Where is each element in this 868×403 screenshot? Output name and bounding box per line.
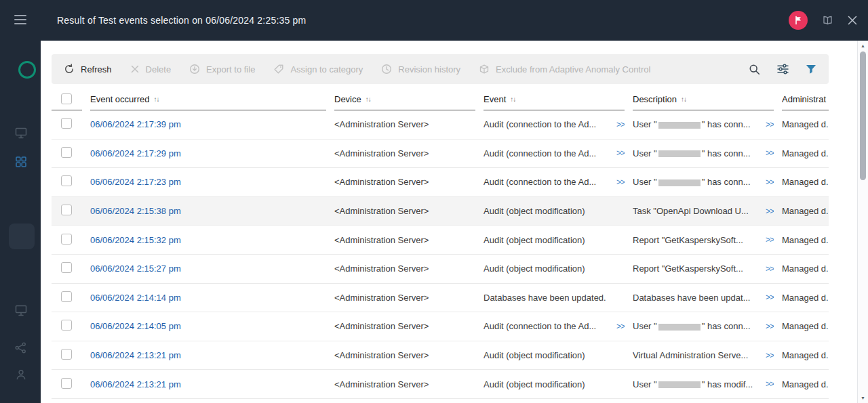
row-checkbox-cell bbox=[52, 234, 82, 247]
exclude-from-aac-button[interactable]: Exclude from Adaptive Anomaly Control bbox=[479, 64, 650, 75]
column-header-administration-group[interactable]: Administrat bbox=[782, 88, 829, 110]
event-time-link[interactable]: 06/06/2024 2:15:27 pm bbox=[90, 263, 181, 274]
event-time-link[interactable]: 06/06/2024 2:13:21 pm bbox=[90, 379, 181, 389]
vertical-scrollbar[interactable]: ▲ ▼ bbox=[857, 41, 868, 403]
event-expand-link[interactable]: >> bbox=[611, 120, 625, 129]
table-row: 06/06/2024 2:15:32 pm <Administration Se… bbox=[52, 226, 829, 255]
event-time-link[interactable]: 06/06/2024 2:14:05 pm bbox=[90, 321, 181, 331]
sort-icon[interactable]: ↑↓ bbox=[153, 96, 159, 103]
event-time-link[interactable]: 06/06/2024 2:17:39 pm bbox=[90, 119, 181, 129]
discovery-nodes-icon[interactable] bbox=[15, 342, 26, 356]
event-time-link[interactable]: 06/06/2024 2:15:32 pm bbox=[90, 235, 181, 245]
column-header-event-occurred[interactable]: Event occurred ↑↓ bbox=[90, 88, 326, 110]
search-icon[interactable] bbox=[749, 64, 760, 75]
description-cell: Report "GetKasperskySoft... >> bbox=[633, 235, 774, 245]
row-checkbox[interactable] bbox=[61, 349, 72, 360]
description-expand-link[interactable]: >> bbox=[760, 207, 774, 216]
event-expand-link[interactable]: >> bbox=[611, 322, 625, 331]
help-book-icon[interactable] bbox=[821, 15, 834, 26]
event-time-link[interactable]: 06/06/2024 2:17:23 pm bbox=[90, 177, 181, 187]
hamburger-menu-icon[interactable] bbox=[14, 15, 26, 27]
delete-button[interactable]: Delete bbox=[130, 64, 172, 75]
sort-icon[interactable]: ↑↓ bbox=[510, 96, 515, 103]
row-checkbox[interactable] bbox=[61, 378, 72, 389]
revision-history-button[interactable]: Revision history bbox=[381, 64, 460, 75]
description-cell: Report "GetKasperskySoft... >> bbox=[633, 263, 774, 274]
description-expand-link[interactable]: >> bbox=[760, 120, 774, 129]
app-logo-icon[interactable] bbox=[18, 61, 36, 79]
event-time-link[interactable]: 06/06/2024 2:13:21 pm bbox=[90, 350, 181, 360]
brand-flag-button[interactable] bbox=[789, 11, 808, 30]
row-checkbox[interactable] bbox=[61, 234, 72, 245]
administration-group-cell: Managed d... bbox=[782, 235, 829, 245]
device-cell: <Administration Server> bbox=[334, 119, 475, 129]
row-checkbox-cell bbox=[52, 118, 82, 131]
column-settings-icon[interactable] bbox=[777, 64, 789, 75]
column-header-device[interactable]: Device ↑↓ bbox=[334, 88, 475, 110]
scrollbar-thumb[interactable] bbox=[860, 51, 866, 180]
sidebar bbox=[0, 0, 41, 403]
description-expand-link[interactable]: >> bbox=[760, 351, 774, 360]
event-time-link[interactable]: 06/06/2024 2:14:14 pm bbox=[90, 293, 181, 303]
redacted-text bbox=[658, 150, 701, 157]
event-expand-link[interactable]: >> bbox=[611, 177, 625, 187]
refresh-button[interactable]: Refresh bbox=[64, 64, 112, 75]
row-checkbox[interactable] bbox=[61, 147, 72, 158]
table-row: 06/06/2024 2:14:05 pm <Administration Se… bbox=[52, 312, 829, 341]
export-to-file-button[interactable]: Export to file bbox=[189, 64, 255, 75]
close-icon[interactable] bbox=[848, 16, 857, 25]
event-expand-link[interactable]: >> bbox=[611, 148, 625, 158]
event-cell: Audit (connection to the Ad... >> bbox=[484, 148, 625, 158]
row-checkbox[interactable] bbox=[61, 175, 72, 186]
export-label: Export to file bbox=[206, 64, 255, 75]
device-cell: <Administration Server> bbox=[334, 148, 475, 158]
event-cell: Audit (object modification) bbox=[484, 263, 625, 274]
apps-grid-icon[interactable] bbox=[16, 156, 26, 170]
description-cell: User "" has conn... >> bbox=[633, 119, 774, 129]
row-checkbox-cell bbox=[52, 175, 82, 188]
description-cell: Databases have been updat... >> bbox=[633, 293, 774, 303]
event-occurred-cell: 06/06/2024 2:13:21 pm bbox=[90, 379, 326, 389]
column-header-event[interactable]: Event ↑↓ bbox=[484, 88, 625, 110]
scroll-down-icon[interactable]: ▼ bbox=[858, 396, 868, 400]
row-checkbox[interactable] bbox=[61, 320, 72, 331]
description-expand-link[interactable]: >> bbox=[760, 148, 774, 158]
event-time-link[interactable]: 06/06/2024 2:17:29 pm bbox=[90, 148, 181, 158]
row-checkbox[interactable] bbox=[61, 205, 72, 215]
row-checkbox[interactable] bbox=[61, 262, 72, 273]
table-row: 06/06/2024 2:13:21 pm <Administration Se… bbox=[52, 341, 829, 370]
description-expand-link[interactable]: >> bbox=[760, 293, 774, 302]
event-time-link[interactable]: 06/06/2024 2:15:38 pm bbox=[90, 206, 181, 216]
description-expand-link[interactable]: >> bbox=[760, 235, 774, 245]
description-cell: User "" has modif... >> bbox=[633, 379, 774, 389]
redacted-text bbox=[658, 324, 701, 331]
scroll-up-icon[interactable]: ▲ bbox=[858, 43, 868, 48]
devices-icon[interactable] bbox=[15, 305, 27, 319]
description-cell: User "" has conn... >> bbox=[633, 148, 774, 158]
device-cell: <Administration Server> bbox=[334, 379, 475, 389]
event-occurred-cell: 06/06/2024 2:17:39 pm bbox=[90, 119, 326, 129]
description-expand-link[interactable]: >> bbox=[760, 264, 774, 274]
redacted-text bbox=[658, 122, 701, 129]
description-expand-link[interactable]: >> bbox=[760, 379, 774, 389]
row-checkbox-cell bbox=[52, 147, 82, 160]
description-expand-link[interactable]: >> bbox=[760, 322, 774, 331]
users-icon[interactable] bbox=[16, 369, 26, 383]
row-checkbox[interactable] bbox=[61, 291, 72, 302]
assign-to-category-button[interactable]: Assign to category bbox=[273, 64, 363, 75]
row-checkbox-cell bbox=[52, 349, 82, 362]
monitoring-icon[interactable] bbox=[15, 127, 27, 142]
sidebar-active-item[interactable] bbox=[9, 224, 35, 249]
sort-icon[interactable]: ↑↓ bbox=[681, 96, 686, 103]
administration-group-cell: Managed d... bbox=[782, 293, 829, 303]
row-checkbox[interactable] bbox=[61, 118, 72, 129]
event-occurred-cell: 06/06/2024 2:17:29 pm bbox=[90, 148, 326, 158]
select-all-checkbox[interactable] bbox=[61, 93, 72, 104]
column-header-description[interactable]: Description ↑↓ bbox=[633, 88, 774, 110]
device-cell: <Administration Server> bbox=[334, 177, 475, 187]
table-row: 06/06/2024 2:17:29 pm <Administration Se… bbox=[52, 140, 829, 169]
description-expand-link[interactable]: >> bbox=[760, 177, 774, 187]
event-cell: Audit (connection to the Ad... >> bbox=[484, 177, 625, 187]
sort-icon[interactable]: ↑↓ bbox=[366, 96, 371, 103]
filter-icon[interactable] bbox=[806, 64, 816, 75]
